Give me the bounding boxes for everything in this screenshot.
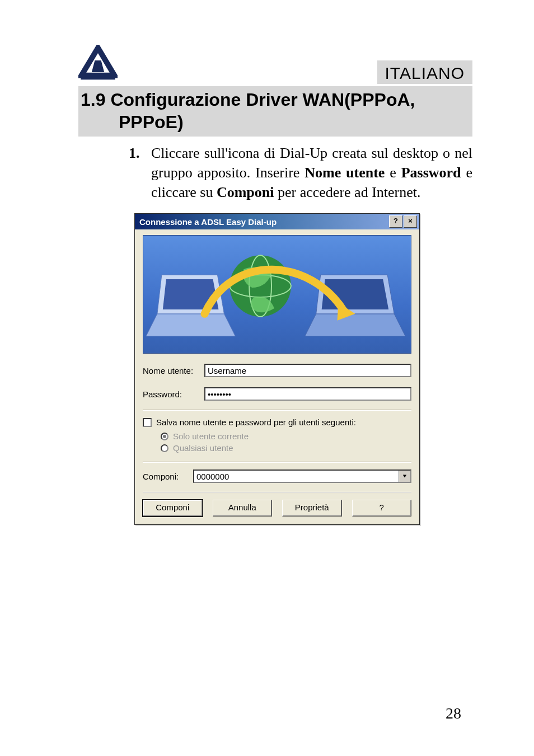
radio-current-user-label: Solo utente corrente (173, 431, 249, 441)
save-credentials-checkbox[interactable] (143, 418, 152, 427)
dropdown-icon[interactable] (399, 471, 410, 482)
section-heading-line2: PPPoE) (81, 111, 184, 133)
dialog-hero-image (143, 235, 411, 354)
language-badge: ITALIANO (377, 60, 472, 84)
username-label: Nome utente: (143, 366, 204, 375)
svg-marker-11 (403, 475, 406, 478)
brand-logo-icon (78, 45, 118, 84)
properties-button[interactable]: Proprietà (282, 500, 342, 516)
connect-button[interactable]: Componi (143, 500, 203, 516)
radio-any-user[interactable] (161, 444, 168, 452)
svg-marker-4 (305, 314, 405, 336)
radio-current-user[interactable] (161, 433, 168, 440)
dial-number-value: 0000000 (194, 471, 399, 482)
username-input[interactable]: Username (204, 364, 411, 377)
section-heading-line1: 1.9 Configurazione Driver WAN(PPPoA, (81, 90, 415, 110)
help-button[interactable]: ? (352, 500, 412, 516)
password-input[interactable]: •••••••• (204, 387, 411, 401)
dialog-titlebar[interactable]: Connessione a ADSL Easy Dial-up ? × (135, 214, 419, 229)
svg-marker-1 (146, 314, 235, 336)
titlebar-close-button[interactable]: × (404, 215, 417, 228)
step-text: Cliccare sull'icona di Dial-Up creata su… (151, 143, 472, 202)
dialup-connection-dialog: Connessione a ADSL Easy Dial-up ? × (134, 213, 420, 525)
radio-any-user-label: Qualsiasi utente (173, 443, 233, 453)
titlebar-help-button[interactable]: ? (389, 215, 402, 228)
page-number: 28 (446, 705, 461, 722)
dial-number-combobox[interactable]: 0000000 (193, 469, 411, 483)
svg-rect-0 (81, 76, 115, 79)
cancel-button[interactable]: Annulla (213, 500, 273, 516)
save-credentials-label: Salva nome utente e password per gli ute… (156, 417, 356, 427)
password-label: Password: (143, 389, 204, 399)
step-number: 1. (129, 143, 151, 202)
section-heading: 1.9 Configurazione Driver WAN(PPPoA, PPP… (78, 86, 472, 137)
dialog-title: Connessione a ADSL Easy Dial-up (139, 217, 388, 227)
dial-label: Componi: (143, 472, 193, 481)
